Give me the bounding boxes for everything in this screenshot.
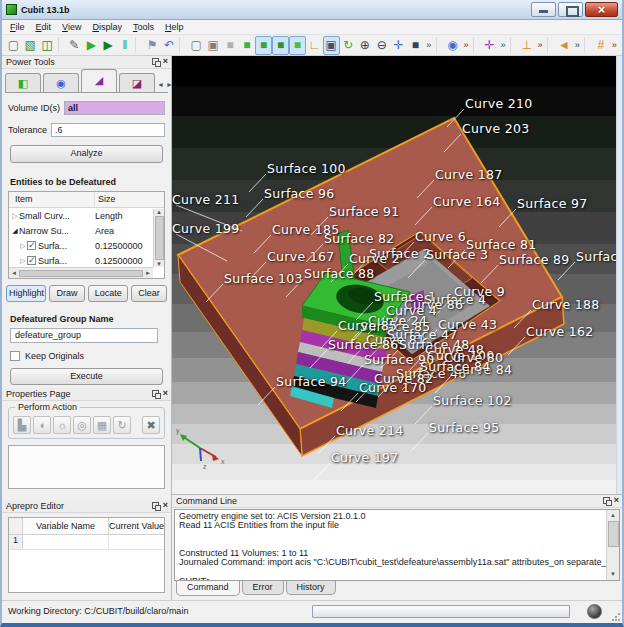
close-panel-icon[interactable]: × <box>614 497 619 504</box>
scroll-right-icon[interactable]: ► <box>145 270 151 276</box>
error-tab[interactable]: Error <box>242 581 284 595</box>
variable-name-cell[interactable] <box>23 535 109 549</box>
overflow-chevron[interactable]: » <box>535 36 545 55</box>
toolbar-button[interactable] <box>179 37 185 53</box>
menu-item[interactable]: File <box>5 21 30 33</box>
mesh-power-tab[interactable]: ◉ <box>43 73 79 92</box>
toolbar-button[interactable] <box>436 37 442 53</box>
tolerance-input[interactable]: .6 <box>51 123 165 137</box>
refresh-action-icon[interactable]: ↻ <box>113 416 131 434</box>
overflow-chevron[interactable]: » <box>609 36 619 55</box>
search-action-icon[interactable]: ◎ <box>73 416 91 434</box>
defeature-tree[interactable]: Item Size ▷ Small Curv... Length <box>8 191 165 279</box>
keep-originals-checkbox[interactable] <box>10 351 20 361</box>
expander-icon[interactable]: ▷ <box>19 242 27 250</box>
assembly-power-tab[interactable]: ◪ <box>119 73 155 92</box>
menu-item[interactable]: Tools <box>128 21 159 33</box>
tab-scroll-left-icon[interactable]: ◄ <box>157 81 164 88</box>
minimize-button[interactable] <box>531 2 556 17</box>
group-name-input[interactable]: defeature_group <box>10 328 158 343</box>
tree-row[interactable]: ◢ Narrow Su... Area <box>9 223 164 238</box>
scroll-down-icon[interactable]: ▼ <box>610 570 616 579</box>
geometry-power-tab[interactable]: ◧ <box>5 73 41 92</box>
scroll-left-icon[interactable]: ◄ <box>11 270 17 276</box>
pan-view-button[interactable]: ✛ <box>390 36 407 55</box>
scroll-thumb[interactable] <box>608 521 619 547</box>
mesh-display-button[interactable]: ■ <box>272 36 289 55</box>
execute-button[interactable]: Execute <box>10 368 163 385</box>
close-button[interactable] <box>585 2 618 17</box>
location-tool-button[interactable]: ✛ <box>481 36 498 55</box>
new-file-button[interactable]: ▢ <box>5 36 22 55</box>
tree-horizontal-scrollbar[interactable]: ◄ ► <box>9 267 153 278</box>
open-file-button[interactable]: ▧ <box>22 36 39 55</box>
reset-filter-icon[interactable]: ✖ <box>142 416 160 434</box>
journal-editor-button[interactable]: ✎ <box>66 36 83 55</box>
tree-column-size[interactable]: Size <box>95 192 153 207</box>
titlebar[interactable]: Cubit 13.1b <box>2 0 622 20</box>
menu-item[interactable]: Display <box>87 21 127 33</box>
toolbar-button[interactable] <box>547 37 553 53</box>
overflow-chevron[interactable]: » <box>498 36 508 55</box>
graphics-clipping-button[interactable]: ▣ <box>323 36 340 55</box>
current-value-column[interactable]: Current Value <box>109 518 164 534</box>
toolbar-button[interactable] <box>135 37 141 53</box>
highlight-button[interactable]: Highlight <box>6 285 46 302</box>
tree-vertical-scrollbar[interactable]: ▲ ▼ <box>153 209 164 267</box>
expander-icon[interactable]: ▷ <box>19 257 27 265</box>
tree-row[interactable]: ▷ Surfa... 0.12500000 <box>9 253 164 268</box>
float-panel-icon[interactable] <box>152 58 159 65</box>
tab-scroll-right-icon[interactable]: ► <box>166 81 171 88</box>
draw-button[interactable]: Draw <box>49 285 86 302</box>
analyze-button[interactable]: Analyze <box>10 145 163 163</box>
float-panel-icon[interactable] <box>152 390 159 397</box>
row-checkbox[interactable] <box>27 241 36 250</box>
render-window-button[interactable]: ■ <box>407 36 424 55</box>
variable-name-column[interactable]: Variable Name <box>23 518 109 534</box>
menu-item[interactable]: Help <box>160 21 189 33</box>
direction-tool-button[interactable]: ⊥ <box>518 36 535 55</box>
toolbar-button[interactable] <box>510 37 516 53</box>
console-output[interactable]: Geometry engine set to: ACIS Version 21.… <box>174 509 620 581</box>
expander-icon[interactable]: ◢ <box>11 227 19 235</box>
zoom-in-button[interactable]: ⊕ <box>356 36 373 55</box>
smooth-shade-display-button[interactable]: ■ <box>255 36 272 55</box>
graphics-viewport[interactable]: x y z Curve 210Curve 203Surface 100Curve… <box>172 56 616 494</box>
zoom-out-button[interactable]: ⊖ <box>373 36 390 55</box>
transparent-display-button[interactable]: ■ <box>222 36 239 55</box>
undo-button[interactable]: ↶ <box>161 36 178 55</box>
geometry-action-icon[interactable]: ◖ <box>33 416 51 434</box>
aprepro-row[interactable]: 1 <box>9 535 164 550</box>
mesh-action-icon[interactable]: ▙ <box>13 416 31 434</box>
close-panel-icon[interactable]: × <box>163 502 168 509</box>
current-value-cell[interactable] <box>109 535 164 549</box>
row-checkbox[interactable] <box>27 256 36 265</box>
grid-action-icon[interactable]: ▦ <box>93 416 111 434</box>
refresh-graphics-button[interactable]: ↻ <box>340 36 357 55</box>
scroll-thumb[interactable] <box>155 216 164 260</box>
close-panel-icon[interactable]: × <box>163 390 168 397</box>
scroll-down-icon[interactable]: ▼ <box>156 261 162 267</box>
float-panel-icon[interactable] <box>603 497 610 504</box>
view-globe-button[interactable]: ◉ <box>444 36 461 55</box>
shaded-display-button[interactable]: ■ <box>238 36 255 55</box>
play-journal-button[interactable]: ▶ <box>83 36 100 55</box>
tree-row[interactable]: ▷ Surfa... 0.12500000 <box>9 238 164 253</box>
history-tab[interactable]: History <box>286 581 336 595</box>
interrupt-button[interactable] <box>587 604 602 619</box>
clear-button[interactable]: Clear <box>131 285 167 302</box>
toolbar-button[interactable] <box>584 37 590 53</box>
toolbar-button[interactable] <box>473 37 479 53</box>
save-button[interactable]: ◫ <box>39 36 56 55</box>
tree-row[interactable]: ▷ Small Curv... Length <box>9 208 164 223</box>
scroll-thumb[interactable] <box>19 270 143 277</box>
maximize-button[interactable] <box>558 2 583 17</box>
highlight-display-button[interactable]: ■ <box>289 36 306 55</box>
toolbar-button[interactable] <box>58 37 64 53</box>
command-tab[interactable]: Command <box>176 581 240 596</box>
overflow-chevron[interactable]: » <box>461 36 471 55</box>
overflow-chevron[interactable]: » <box>572 36 582 55</box>
float-panel-icon[interactable] <box>152 502 159 509</box>
wireframe-display-button[interactable]: ▢ <box>188 36 205 55</box>
plane-tool-button[interactable]: # <box>593 36 610 55</box>
